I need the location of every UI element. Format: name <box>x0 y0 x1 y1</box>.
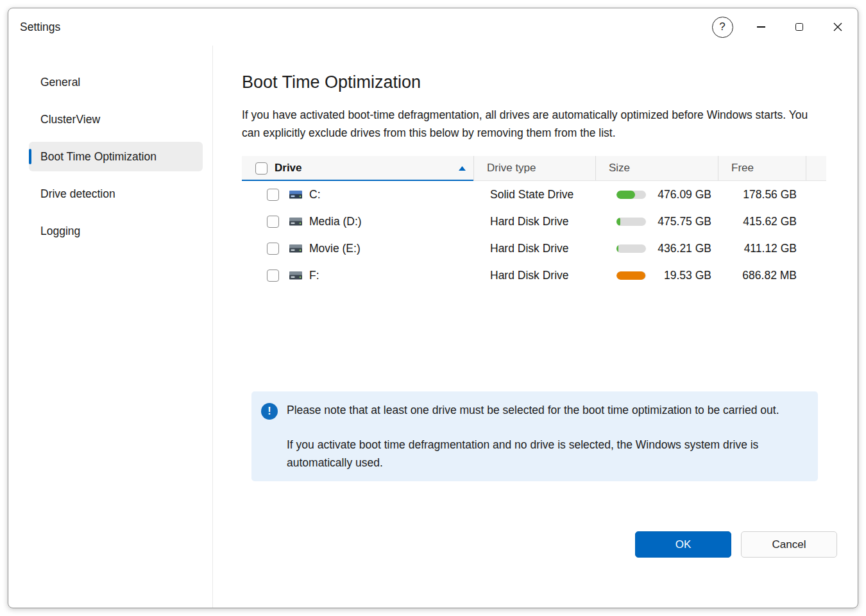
column-header-size[interactable]: Size <box>595 156 718 180</box>
sidebar-item-drive-detection[interactable]: Drive detection <box>29 179 203 209</box>
usage-bar <box>616 271 646 280</box>
sidebar-item-clusterview[interactable]: ClusterView <box>29 105 203 134</box>
drive-name: Media (D:) <box>309 215 362 228</box>
sidebar: General ClusterView Boot Time Optimizati… <box>8 46 213 608</box>
sidebar-item-label: General <box>40 76 80 89</box>
drive-icon <box>288 242 303 255</box>
info-box-text: Please note that at least one drive must… <box>287 401 801 472</box>
drive-free: 686.82 MB <box>718 269 806 282</box>
window-title: Settings <box>20 21 60 34</box>
info-box: ! Please note that at least one drive mu… <box>251 391 818 481</box>
column-header-drive[interactable]: Drive <box>242 156 473 180</box>
maximize-button[interactable] <box>785 12 814 42</box>
help-icon: ? <box>712 17 733 38</box>
page-title: Boot Time Optimization <box>242 71 826 93</box>
usage-bar <box>616 244 646 253</box>
usage-bar <box>616 218 646 226</box>
sidebar-item-label: ClusterView <box>40 113 100 126</box>
table-header: Drive Drive type Size Free <box>242 156 826 181</box>
column-header-size-label: Size <box>609 162 630 175</box>
drive-icon <box>288 215 303 228</box>
close-button[interactable] <box>823 12 853 42</box>
sort-ascending-icon <box>459 166 466 171</box>
sidebar-item-label: Boot Time Optimization <box>40 150 157 164</box>
main-content: Boot Time Optimization If you have activ… <box>213 46 858 608</box>
cancel-button[interactable]: Cancel <box>741 531 837 558</box>
drive-size: 19.53 GB <box>646 269 718 282</box>
drive-size: 436.21 GB <box>646 242 718 255</box>
drive-checkbox[interactable] <box>267 216 279 228</box>
drive-name: C: <box>309 188 321 201</box>
minimize-button[interactable] <box>746 12 776 42</box>
drive-icon <box>288 269 303 282</box>
table-row[interactable]: Media (D:) Hard Disk Drive 475.75 GB 415… <box>242 208 826 235</box>
selected-indicator <box>29 149 31 164</box>
maximize-icon <box>795 23 804 31</box>
drive-name: F: <box>309 269 319 282</box>
info-icon: ! <box>261 403 278 420</box>
drive-free: 411.12 GB <box>718 242 806 255</box>
drive-size: 475.75 GB <box>646 215 718 228</box>
minimize-icon <box>757 26 765 28</box>
sidebar-item-label: Logging <box>40 225 80 238</box>
sidebar-item-label: Drive detection <box>40 187 115 201</box>
drive-icon <box>288 188 303 201</box>
column-header-filler <box>806 156 826 180</box>
drive-type: Hard Disk Drive <box>473 242 595 255</box>
drive-checkbox[interactable] <box>267 243 279 255</box>
table-row[interactable]: Movie (E:) Hard Disk Drive 436.21 GB 411… <box>242 235 826 262</box>
table-row[interactable]: C: Solid State Drive 476.09 GB 178.56 GB <box>242 181 826 208</box>
titlebar: Settings ? <box>8 8 858 46</box>
column-header-free[interactable]: Free <box>718 156 806 180</box>
footer: OK Cancel <box>242 531 837 558</box>
sidebar-item-boot-time-optimization[interactable]: Boot Time Optimization <box>29 142 203 171</box>
column-header-free-label: Free <box>731 162 754 175</box>
drive-type: Hard Disk Drive <box>473 269 595 282</box>
drive-free: 415.62 GB <box>718 215 806 228</box>
drive-free: 178.56 GB <box>718 188 806 201</box>
column-header-drive-type-label: Drive type <box>487 162 536 175</box>
sidebar-item-logging[interactable]: Logging <box>29 216 203 246</box>
drive-checkbox[interactable] <box>267 270 279 282</box>
drive-type: Hard Disk Drive <box>473 215 595 228</box>
drive-checkbox[interactable] <box>267 189 279 201</box>
usage-bar <box>616 191 646 199</box>
info-paragraph: If you activate boot time defragmentatio… <box>287 436 801 472</box>
settings-window: Settings ? General ClusterVi <box>8 8 858 608</box>
table-row[interactable]: F: Hard Disk Drive 19.53 GB 686.82 MB <box>242 262 826 289</box>
select-all-checkbox[interactable] <box>255 162 267 175</box>
ok-button[interactable]: OK <box>635 531 731 558</box>
column-header-drive-label: Drive <box>275 162 302 175</box>
drive-table: Drive Drive type Size Free <box>242 156 826 289</box>
page-description: If you have activated boot-time defragme… <box>242 106 826 142</box>
help-button[interactable]: ? <box>708 12 737 42</box>
column-header-drive-type[interactable]: Drive type <box>473 156 595 180</box>
titlebar-buttons: ? <box>708 8 858 46</box>
close-icon <box>833 22 842 31</box>
sidebar-item-general[interactable]: General <box>29 67 203 97</box>
drive-type: Solid State Drive <box>473 188 595 201</box>
info-paragraph: Please note that at least one drive must… <box>287 401 801 419</box>
drive-size: 476.09 GB <box>646 188 718 201</box>
drive-name: Movie (E:) <box>309 242 361 255</box>
